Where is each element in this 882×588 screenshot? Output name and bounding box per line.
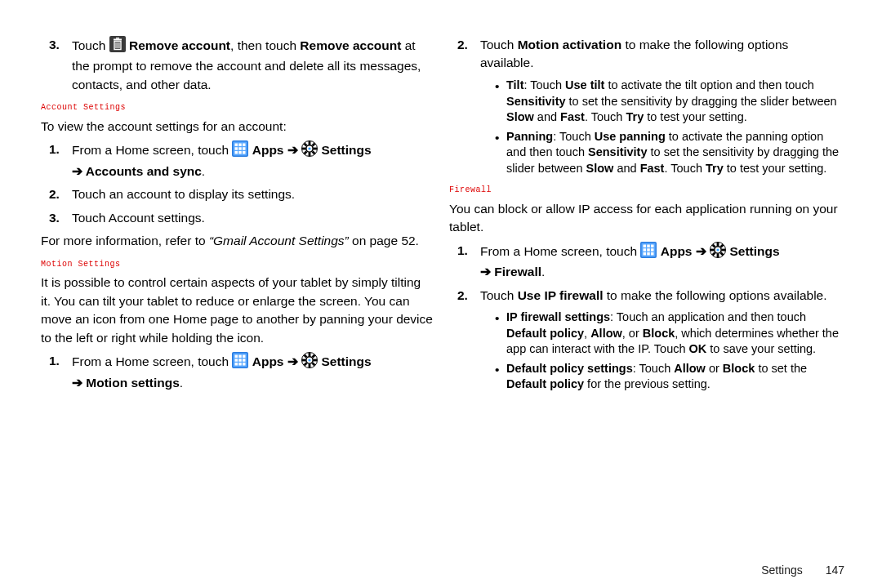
- bullet-item: • Tilt: Touch Use tilt to activate the t…: [495, 78, 841, 126]
- list-item: 1. From a Home screen, touch Apps ➔ Sett…: [49, 140, 433, 180]
- section-heading-firewall: Firewall: [449, 185, 841, 197]
- item-number: 1.: [49, 140, 72, 180]
- footer-section: Settings: [761, 564, 803, 577]
- bullet-item: • Default policy settings: Touch Allow o…: [495, 361, 841, 393]
- list-item: 2. Touch Motion activation to make the f…: [457, 36, 841, 73]
- paragraph: You can block or allow IP access for eac…: [449, 200, 841, 237]
- right-column: 2. Touch Motion activation to make the f…: [441, 33, 849, 555]
- apps-icon: [232, 352, 248, 373]
- list-item: 1. From a Home screen, touch Apps ➔ Sett…: [457, 242, 841, 282]
- paragraph: To view the account settings for an acco…: [41, 118, 433, 136]
- gear-icon: [301, 352, 318, 373]
- list-item: 3. Touch Account settings.: [49, 209, 433, 227]
- list-item: 3. Touch Remove account, then touch Remo…: [49, 36, 433, 94]
- item-number: 2.: [49, 185, 72, 203]
- list-item: 2. Touch Use IP firewall to make the fol…: [457, 287, 841, 305]
- section-heading-motion: Motion Settings: [41, 259, 433, 271]
- paragraph: It is possible to control certain aspect…: [41, 274, 433, 347]
- gear-icon: [301, 140, 318, 162]
- apps-icon: [232, 140, 248, 162]
- item-number: 3.: [49, 209, 72, 227]
- paragraph: For more information, refer to “Gmail Ac…: [41, 232, 433, 250]
- item-number: 1.: [49, 352, 72, 392]
- item-number: 3.: [49, 36, 72, 94]
- page-footer: Settings 147: [761, 564, 844, 577]
- gear-icon: [710, 242, 726, 263]
- bullet-item: • IP firewall settings: Touch an applica…: [495, 310, 841, 358]
- page-number: 147: [826, 564, 844, 577]
- page-body: 3. Touch Remove account, then touch Remo…: [0, 0, 882, 555]
- left-column: 3. Touch Remove account, then touch Remo…: [33, 33, 441, 555]
- trash-icon: [109, 36, 126, 57]
- item-number: 1.: [457, 242, 480, 282]
- list-item: 2. Touch an account to display its setti…: [49, 185, 433, 203]
- bullet-item: • Panning: Touch Use panning to activate…: [495, 129, 841, 177]
- apps-icon: [640, 242, 657, 263]
- item-number: 2.: [457, 36, 480, 73]
- list-item: 1. From a Home screen, touch Apps ➔ Sett…: [49, 352, 433, 392]
- section-heading-account: Account Settings: [41, 102, 433, 114]
- item-number: 2.: [457, 287, 480, 305]
